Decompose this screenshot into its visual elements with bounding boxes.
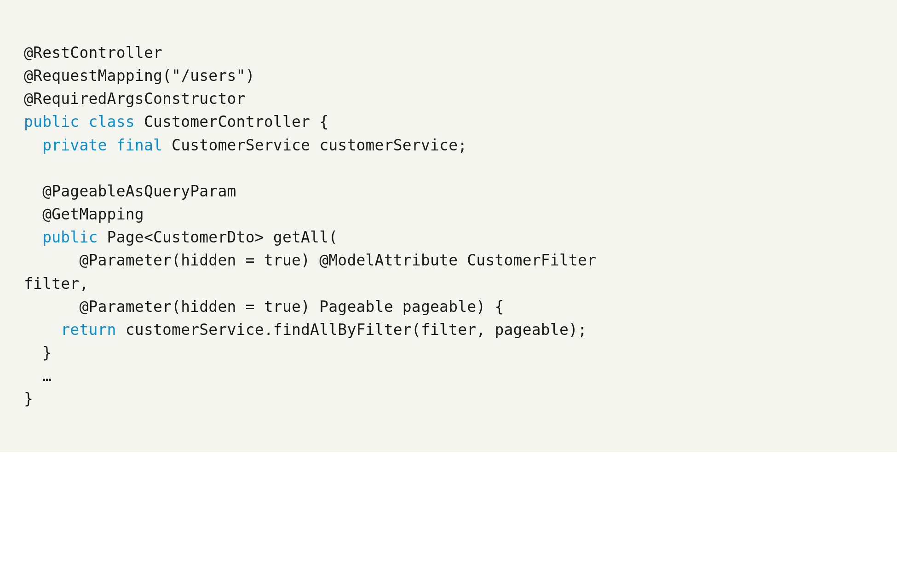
code-text (107, 136, 116, 154)
keyword: private (42, 136, 107, 154)
code-text: Page<CustomerDto> getAll( (98, 228, 338, 246)
code-text: true (264, 298, 301, 316)
code-line: @Parameter(hidden = true) Pageable pagea… (24, 298, 504, 316)
keyword: class (88, 113, 134, 131)
keyword: return (61, 321, 116, 339)
code-text: ) (246, 67, 255, 85)
code-line: private final CustomerService customerSe… (24, 136, 467, 154)
code-text: @Parameter(hidden = (24, 298, 264, 316)
keyword: final (116, 136, 162, 154)
code-line: filter, (24, 275, 88, 293)
code-line: … (24, 367, 52, 385)
code-text (24, 228, 42, 246)
code-text: ) @ModelAttribute CustomerFilter (301, 251, 596, 269)
code-line: } (24, 344, 52, 362)
code-line: return customerService.findAllByFilter(f… (24, 321, 587, 339)
code-line: @Parameter(hidden = true) @ModelAttribut… (24, 251, 596, 269)
code-text (79, 113, 88, 131)
keyword: public (42, 228, 98, 246)
code-text (24, 136, 42, 154)
code-line: @RestController (24, 44, 162, 62)
code-text: @Parameter(hidden = (24, 251, 264, 269)
keyword: public (24, 113, 79, 131)
code-text: true (264, 251, 301, 269)
code-line: public Page<CustomerDto> getAll( (24, 228, 338, 246)
code-text: ) Pageable pageable) { (301, 298, 504, 316)
code-text: CustomerService customerService; (162, 136, 467, 154)
code-text: CustomerController { (135, 113, 328, 131)
code-text: @RequestMapping( (24, 67, 172, 85)
code-line: } (24, 390, 33, 408)
code-line: @GetMapping (24, 205, 144, 223)
code-line: public class CustomerController { (24, 113, 328, 131)
code-line: @RequiredArgsConstructor (24, 90, 246, 108)
code-text: customerService.findAllByFilter(filter, … (116, 321, 587, 339)
code-line: @RequestMapping("/users") (24, 67, 255, 85)
code-text: "/users" (172, 67, 246, 85)
code-text (24, 321, 61, 339)
code-block: @RestController @RequestMapping("/users"… (0, 0, 897, 452)
code-line: @PageableAsQueryParam (24, 182, 236, 200)
